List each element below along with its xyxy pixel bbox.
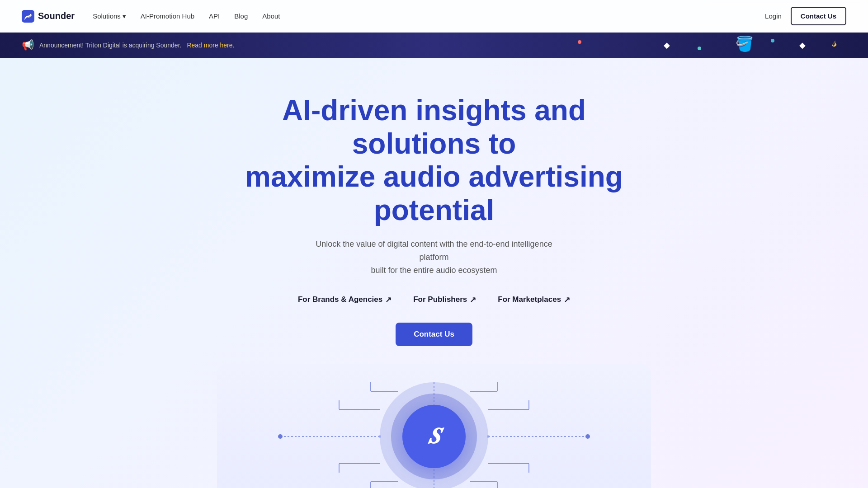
logo[interactable]: Sounder: [22, 10, 75, 23]
svg-point-23: [278, 435, 282, 438]
nav-item-api[interactable]: API: [209, 12, 220, 20]
banner-illustration-squiggle: 𝓈: [832, 34, 837, 50]
sounder-s-logo: 𝑺: [428, 423, 440, 449]
banner-illustration-bucket: 🪣: [736, 35, 754, 52]
announcement-banner: 📢 Announcement! Triton Digital is acquir…: [0, 33, 868, 58]
nav-left: Sounder Solutions ▾ AI-Promotion Hub API…: [22, 10, 280, 23]
contact-us-hero-button[interactable]: Contact Us: [396, 323, 472, 346]
ai-hub-link[interactable]: AI-Promotion Hub: [141, 12, 194, 20]
arrow-icon-2: ↗: [470, 295, 476, 305]
diagram-container: 𝑺: [217, 364, 651, 488]
svg-point-2: [278, 434, 283, 439]
nav-item-solutions[interactable]: Solutions ▾: [93, 12, 126, 20]
hero-links: For Brands & Agencies ↗ For Publishers ↗…: [22, 295, 846, 305]
arrow-icon-3: ↗: [564, 295, 570, 305]
nav-item-blog[interactable]: Blog: [234, 12, 248, 20]
svg-point-8: [585, 434, 590, 439]
about-link[interactable]: About: [262, 12, 280, 20]
nav-item-ai-hub[interactable]: AI-Promotion Hub: [141, 12, 194, 20]
announcement-text: Announcement! Triton Digital is acquirin…: [39, 42, 181, 49]
chevron-down-icon: ▾: [123, 12, 126, 20]
navbar: Sounder Solutions ▾ AI-Promotion Hub API…: [0, 0, 868, 33]
publishers-link[interactable]: For Publishers ↗: [413, 295, 476, 305]
nav-item-about[interactable]: About: [262, 12, 280, 20]
solutions-link[interactable]: Solutions ▾: [93, 12, 126, 20]
dot-teal: [698, 47, 701, 50]
marketplaces-link[interactable]: For Marketplaces ↗: [498, 295, 570, 305]
api-link[interactable]: API: [209, 12, 220, 20]
diagram-inner-circle: 𝑺: [402, 405, 466, 468]
banner-emoji-icon: 📢: [22, 39, 34, 51]
diagram-outer-ring: 𝑺: [380, 382, 488, 488]
blog-link[interactable]: Blog: [234, 12, 248, 20]
dot-red: [578, 40, 581, 44]
arrow-icon-1: ↗: [385, 295, 392, 305]
diamond-icon-1: ◆: [664, 40, 670, 50]
dot-blue: [771, 39, 774, 42]
logo-text: Sounder: [38, 11, 75, 21]
diagram-section: 𝑺: [217, 364, 651, 488]
hero-title: AI-driven insights and solutions to maxi…: [231, 94, 637, 227]
login-link[interactable]: Login: [765, 12, 782, 20]
nav-links: Solutions ▾ AI-Promotion Hub API Blog Ab…: [93, 12, 280, 20]
nav-right: Login Contact Us: [765, 7, 846, 25]
diamond-icon-2: ◆: [799, 40, 806, 50]
svg-point-24: [586, 435, 590, 438]
hero-subtitle: Unlock the value of digital content with…: [303, 238, 565, 277]
contact-us-nav-button[interactable]: Contact Us: [791, 7, 846, 25]
banner-decorations: ◆ ◆ 🪣 𝓈: [347, 33, 868, 58]
sounder-logo-icon: [22, 10, 34, 23]
diagram-mid-ring: 𝑺: [391, 394, 477, 479]
announcement-link[interactable]: Read more here.: [187, 42, 234, 49]
brands-agencies-link[interactable]: For Brands & Agencies ↗: [298, 295, 392, 305]
hero-section: AI-driven insights and solutions to maxi…: [0, 58, 868, 364]
